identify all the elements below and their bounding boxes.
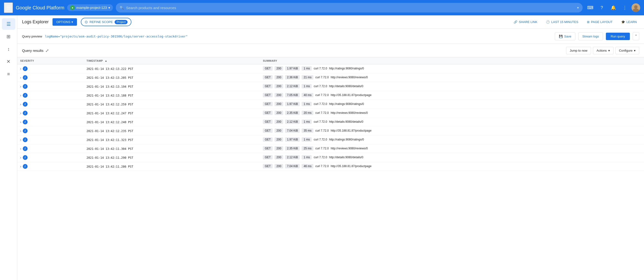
latency-badge: 20 ms xyxy=(302,111,313,115)
notifications-icon-button[interactable]: 🔔 xyxy=(608,3,618,13)
refine-badge: Project xyxy=(114,20,127,24)
sidebar-item-dashboard[interactable]: ⊞ xyxy=(2,31,15,42)
more-vert-icon-button[interactable]: ⋮ xyxy=(620,3,630,13)
row-expand-icon[interactable]: › xyxy=(20,102,21,106)
results-title: Query results xyxy=(22,49,44,53)
collapse-button[interactable]: ⌃ xyxy=(633,32,639,40)
share-link-button[interactable]: 🔗 SHARE LINK xyxy=(511,19,540,25)
row-expand-icon[interactable]: › xyxy=(20,85,21,88)
row-expand-icon[interactable]: › xyxy=(20,129,21,133)
time-range-button[interactable]: 🕐 LAST 15 MINUTES xyxy=(544,19,580,25)
trace-icon: ≡ xyxy=(7,71,10,77)
save-button[interactable]: 💾 Save xyxy=(555,32,576,40)
options-button[interactable]: OPTIONS ▾ xyxy=(52,18,77,26)
log-table: SEVERITY TIMESTAMP ▲ SUMMARY › i 2021-01… xyxy=(17,57,644,171)
info-icon: i xyxy=(23,155,28,160)
row-expand-icon[interactable]: › xyxy=(20,138,21,142)
results-area: Query results ⤢ Jump to now Actions ▾ Co… xyxy=(17,44,644,280)
latency-badge: 35 ms xyxy=(302,128,313,133)
latency-badge: 46 ms xyxy=(302,164,313,168)
http-method-badge: GET xyxy=(263,155,272,160)
table-row[interactable]: › i 2021-01-14 13:42:13.205 PST GET 200 … xyxy=(17,73,644,82)
response-size-badge: 7.05 KiB xyxy=(285,93,300,97)
results-table: SEVERITY TIMESTAMP ▲ SUMMARY › i 2021-01… xyxy=(17,57,644,280)
severity-cell: › i xyxy=(17,162,84,171)
row-expand-icon[interactable]: › xyxy=(20,93,21,97)
row-expand-icon[interactable]: › xyxy=(20,111,21,115)
sidebar: ☰ ⊞ ↕ ✕ ≡ xyxy=(0,15,17,280)
summary-cell: GET 200 1.97 KiB 1 ms curl 7.72.0 http:/… xyxy=(260,64,644,73)
project-selector[interactable]: ● example-project-123 ▾ xyxy=(67,4,113,11)
actions-button[interactable]: Actions ▾ xyxy=(593,47,614,54)
col-timestamp[interactable]: TIMESTAMP ▲ xyxy=(84,57,260,64)
response-size-badge: 2.12 KiB xyxy=(285,119,300,124)
table-row[interactable]: › i 2021-01-14 13:42:13.188 PST GET 200 … xyxy=(17,91,644,100)
col-severity: SEVERITY xyxy=(17,57,84,64)
terminal-icon-button[interactable]: ⌨ xyxy=(586,3,595,13)
http-status-badge: 200 xyxy=(274,155,283,160)
table-header-row: SEVERITY TIMESTAMP ▲ SUMMARY xyxy=(17,57,644,64)
request-url-text: http://details:9080/details/0 xyxy=(329,85,364,88)
table-row[interactable]: › i 2021-01-14 13:42:13.194 PST GET 200 … xyxy=(17,82,644,91)
sidebar-item-logs[interactable]: ☰ xyxy=(2,18,15,30)
timestamp-cell: 2021-01-14 13:42:11.323 PST xyxy=(84,135,260,144)
info-icon: i xyxy=(23,111,28,115)
table-row[interactable]: › i 2021-01-14 13:42:13.222 PST GET 200 … xyxy=(17,64,644,73)
table-row[interactable]: › i 2021-01-14 13:42:11.323 PST GET 200 … xyxy=(17,135,644,144)
severity-cell: › i xyxy=(17,109,84,118)
help-icon-button[interactable]: ? xyxy=(597,3,606,13)
row-expand-icon[interactable]: › xyxy=(20,76,21,79)
response-size-badge: 2.12 KiB xyxy=(285,155,300,160)
clock-icon: 🕐 xyxy=(546,20,550,24)
http-status-badge: 200 xyxy=(274,164,283,168)
page-layout-button[interactable]: ⊞ PAGE LAYOUT xyxy=(584,19,615,25)
response-size-badge: 7.04 KiB xyxy=(285,128,300,133)
stream-logs-button[interactable]: Stream logs xyxy=(578,32,603,40)
query-preview-code[interactable]: logName="projects/asm-audit-policy-30150… xyxy=(45,35,552,38)
user-avatar[interactable] xyxy=(632,3,640,12)
severity-cell: › i xyxy=(17,91,84,100)
summary-cell: GET 200 7.04 KiB 35 ms curl 7.72.0 http:… xyxy=(260,126,644,135)
metrics-icon: ↕ xyxy=(8,46,10,52)
expand-results-button[interactable]: ⤢ xyxy=(45,48,49,53)
request-url-text: http://ratings:9080/ratings/0 xyxy=(329,67,364,70)
toolbar: Logs Explorer OPTIONS ▾ ⊙ REFINE SCOPE P… xyxy=(17,15,644,29)
sidebar-item-trace[interactable]: ≡ xyxy=(2,68,15,80)
user-agent-text: curl 7.72.0 xyxy=(315,76,329,79)
refine-scope-button[interactable]: ⊙ REFINE SCOPE Project xyxy=(81,18,132,26)
app-layout: ☰ ⊞ ↕ ✕ ≡ Logs Explorer OPTIONS ▾ ⊙ REFI… xyxy=(0,15,644,280)
row-expand-icon[interactable]: › xyxy=(20,67,21,71)
http-method-badge: GET xyxy=(263,84,272,88)
configure-button[interactable]: Configure ▾ xyxy=(616,47,639,54)
summary-cell: GET 200 1.97 KiB 1 ms curl 7.72.0 http:/… xyxy=(260,100,644,108)
table-row[interactable]: › i 2021-01-14 13:42:11.290 PST GET 200 … xyxy=(17,153,644,162)
sidebar-item-metrics[interactable]: ↕ xyxy=(2,43,15,55)
row-expand-icon[interactable]: › xyxy=(20,156,21,160)
table-row[interactable]: › i 2021-01-14 13:42:11.304 PST GET 200 … xyxy=(17,144,644,153)
table-row[interactable]: › i 2021-01-14 13:42:12.247 PST GET 200 … xyxy=(17,109,644,118)
info-icon: i xyxy=(23,93,28,98)
learn-button[interactable]: 🎓 LEARN xyxy=(619,19,639,25)
row-expand-icon[interactable]: › xyxy=(20,120,21,124)
query-preview-bar: Query preview logName="projects/asm-audi… xyxy=(17,29,644,44)
search-chevron-icon: ▾ xyxy=(577,6,579,10)
request-url-text: http://reviews:9080/reviews/0 xyxy=(331,147,368,150)
table-row[interactable]: › i 2021-01-14 13:42:11.286 PST GET 200 … xyxy=(17,162,644,171)
sidebar-item-debug[interactable]: ✕ xyxy=(2,56,15,67)
table-row[interactable]: › i 2021-01-14 13:42:12.259 PST GET 200 … xyxy=(17,100,644,109)
request-url-text: http://ratings:9080/ratings/0 xyxy=(329,138,364,141)
row-expand-icon[interactable]: › xyxy=(20,165,21,168)
table-row[interactable]: › i 2021-01-14 13:42:12.240 PST GET 200 … xyxy=(17,118,644,126)
run-query-button[interactable]: Run query xyxy=(606,33,630,40)
http-method-badge: GET xyxy=(263,137,272,142)
table-row[interactable]: › i 2021-01-14 13:42:12.235 PST GET 200 … xyxy=(17,126,644,135)
search-input[interactable] xyxy=(126,6,575,10)
search-bar[interactable]: 🔍 ▾ xyxy=(116,3,582,13)
jump-to-now-button[interactable]: Jump to now xyxy=(566,47,591,54)
severity-cell: › i xyxy=(17,64,84,73)
row-expand-icon[interactable]: › xyxy=(20,147,21,151)
hamburger-button[interactable]: ☰ xyxy=(4,3,13,13)
http-method-badge: GET xyxy=(263,164,272,168)
timestamp-cell: 2021-01-14 13:42:12.240 PST xyxy=(84,118,260,126)
info-icon: i xyxy=(23,66,28,71)
